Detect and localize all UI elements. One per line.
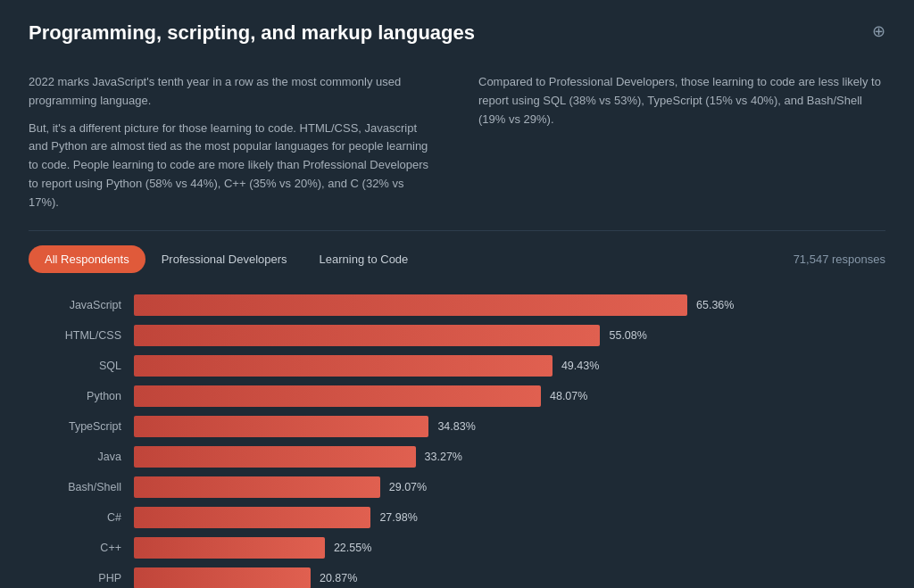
filter-learning-to-code[interactable]: Learning to Code: [303, 245, 425, 273]
link-icon[interactable]: ⊕: [872, 21, 885, 41]
bar: [134, 416, 428, 437]
bar: [134, 507, 370, 528]
bar: [134, 537, 325, 559]
bar-label: C#: [36, 511, 134, 524]
bar-label: Bash/Shell: [36, 481, 134, 493]
bar-wrapper: 49.43%: [134, 355, 878, 377]
bar-value: 27.98%: [379, 511, 417, 524]
bar-wrapper: 34.83%: [134, 416, 878, 437]
chart-row: TypeScript34.83%: [36, 416, 878, 437]
main-container: Programming, scripting, and markup langu…: [0, 0, 914, 588]
bar-label: TypeScript: [36, 420, 134, 433]
bar-label: JavaScript: [36, 299, 134, 311]
bar-label: PHP: [36, 572, 134, 584]
description-left-1: 2022 marks JavaScript's tenth year in a …: [29, 73, 436, 111]
bar-wrapper: 65.36%: [134, 294, 878, 316]
filter-all-respondents[interactable]: All Respondents: [29, 245, 145, 273]
bar: [134, 446, 416, 468]
chart-row: Bash/Shell29.07%: [36, 476, 878, 498]
divider: [29, 230, 885, 231]
bar-wrapper: 55.08%: [134, 325, 878, 346]
chart-row: C++22.55%: [36, 537, 878, 559]
page-title: Programming, scripting, and markup langu…: [29, 21, 475, 45]
chart-row: SQL49.43%: [36, 355, 878, 377]
bar-label: Java: [36, 451, 134, 463]
bar: [134, 567, 311, 588]
chart-container: JavaScript65.36%HTML/CSS55.08%SQL49.43%P…: [29, 294, 885, 588]
chart-row: C#27.98%: [36, 507, 878, 528]
filter-row: All Respondents Professional Developers …: [29, 245, 885, 273]
description-right-text: Compared to Professional Developers, tho…: [478, 73, 885, 128]
description-right: Compared to Professional Developers, tho…: [478, 73, 885, 212]
chart-row: JavaScript65.36%: [36, 294, 878, 316]
bar: [134, 355, 553, 377]
bar-value: 49.43%: [561, 360, 599, 372]
bar: [134, 325, 600, 346]
bar-value: 20.87%: [320, 572, 357, 584]
description-left: 2022 marks JavaScript's tenth year in a …: [29, 73, 436, 212]
bar-wrapper: 27.98%: [134, 507, 878, 528]
bar-value: 29.07%: [389, 481, 427, 493]
bar: [134, 476, 380, 498]
bar-label: SQL: [36, 360, 134, 372]
bar-wrapper: 22.55%: [134, 537, 878, 559]
chart-row: HTML/CSS55.08%: [36, 325, 878, 346]
bar: [134, 294, 687, 316]
bar-value: 34.83%: [437, 420, 475, 433]
chart-row: PHP20.87%: [36, 567, 878, 588]
bar-value: 22.55%: [334, 542, 371, 554]
bar: [134, 385, 541, 407]
bar-wrapper: 33.27%: [134, 446, 878, 468]
bar-label: C++: [36, 542, 134, 554]
bar-value: 48.07%: [550, 390, 587, 402]
bar-wrapper: 20.87%: [134, 567, 878, 588]
response-count: 71,547 responses: [794, 253, 885, 266]
header-row: Programming, scripting, and markup langu…: [29, 21, 885, 59]
filter-professional-developers[interactable]: Professional Developers: [145, 245, 303, 273]
description-left-2: But, it's a different picture for those …: [29, 120, 436, 212]
chart-row: Java33.27%: [36, 446, 878, 468]
bar-value: 33.27%: [425, 451, 462, 463]
bar-label: Python: [36, 390, 134, 402]
chart-row: Python48.07%: [36, 385, 878, 407]
bar-value: 65.36%: [696, 299, 734, 311]
bar-label: HTML/CSS: [36, 329, 134, 342]
top-content: 2022 marks JavaScript's tenth year in a …: [29, 73, 885, 212]
bar-wrapper: 48.07%: [134, 385, 878, 407]
bar-value: 55.08%: [609, 329, 646, 342]
bar-wrapper: 29.07%: [134, 476, 878, 498]
